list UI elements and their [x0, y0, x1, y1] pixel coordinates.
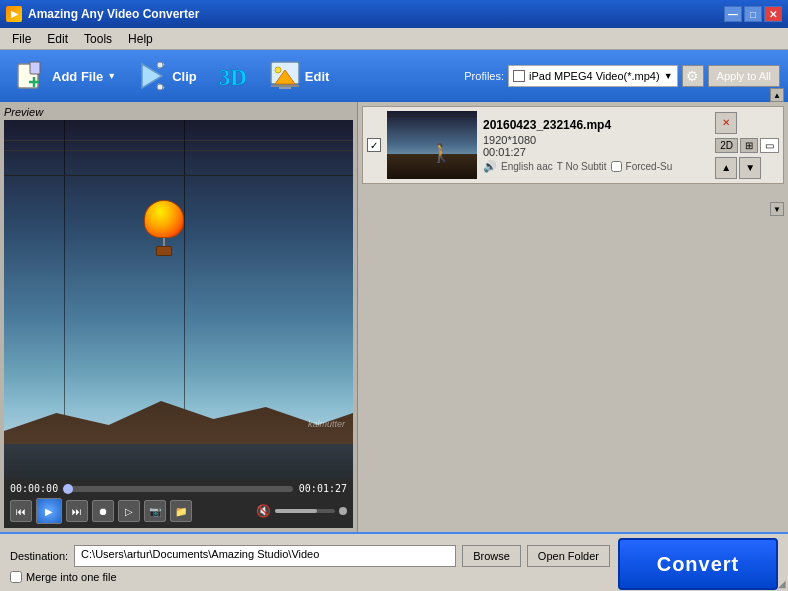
preview-area: Preview kalmutter 00:00:00 — [0, 102, 358, 532]
balloon-basket — [156, 246, 172, 256]
app-title: Amazing Any Video Converter — [28, 7, 724, 21]
timeline-bar[interactable] — [64, 486, 293, 492]
close-button[interactable]: ✕ — [764, 6, 782, 22]
merge-checkbox-area: Merge into one file — [10, 571, 610, 583]
main-content: Preview kalmutter 00:00:00 — [0, 102, 788, 532]
resize-handle[interactable]: ◢ — [778, 578, 786, 589]
file-info: 20160423_232146.mp4 1920*1080 00:01:27 🔊… — [483, 118, 709, 173]
transport-controls: 00:00:00 00:01:27 ⏮ ▶ ⏭ ⏺ ▷ 📷 📁 🔇 — [4, 479, 353, 528]
water-reflection — [4, 444, 353, 479]
volume-fill — [275, 509, 317, 513]
add-file-label: Add File — [52, 69, 103, 84]
playback-controls: ⏮ ▶ ⏭ ⏺ ▷ 📷 📁 🔇 — [10, 498, 347, 524]
destination-path: C:\Users\artur\Documents\Amazing Studio\… — [74, 545, 456, 567]
profile-dropdown-arrow[interactable]: ▼ — [664, 71, 673, 81]
file-thumbnail: 🚶 — [387, 111, 477, 179]
scroll-down-button[interactable]: ▼ — [770, 202, 784, 216]
apply-all-button[interactable]: Apply to All — [708, 65, 780, 87]
nav-up-button[interactable]: ▲ — [715, 157, 737, 179]
edit-icon — [269, 60, 301, 92]
file-list-area[interactable]: ▲ ▼ ✓ 🚶 20160423_232146.mp4 1920*1080 00… — [358, 102, 788, 532]
subtitle-info: T No Subtit — [557, 161, 607, 172]
convert-button[interactable]: Convert — [618, 538, 778, 590]
file-item: ✓ 🚶 20160423_232146.mp4 1920*1080 00:01:… — [362, 106, 784, 184]
power-line-3 — [4, 175, 353, 176]
open-folder-button[interactable]: Open Folder — [527, 545, 610, 567]
profiles-label: Profiles: — [464, 70, 504, 82]
profile-checkbox[interactable] — [513, 70, 525, 82]
menu-file[interactable]: File — [4, 30, 39, 48]
profiles-area: Profiles: iPad MPEG4 Video(*.mp4) ▼ ⚙ Ap… — [464, 65, 780, 87]
svg-rect-1 — [30, 62, 40, 74]
thumb-line1 — [387, 116, 477, 117]
destination-label: Destination: — [10, 550, 68, 562]
timeline-handle[interactable] — [63, 484, 73, 494]
3d-button[interactable]: 3D — [209, 56, 257, 96]
forced-checkbox[interactable] — [611, 161, 622, 172]
add-file-dropdown-arrow[interactable]: ▼ — [107, 71, 116, 81]
file-checkbox[interactable]: ✓ — [367, 138, 381, 152]
toolbar: Add File ▼ Clip 3D — [0, 50, 788, 102]
svg-point-8 — [157, 84, 163, 90]
maximize-button[interactable]: □ — [744, 6, 762, 22]
balloon-body — [144, 200, 184, 238]
clip-icon — [136, 60, 168, 92]
file-audio-info: 🔊 English aac T No Subtit Forced-Su — [483, 160, 709, 173]
file-duration: 00:01:27 — [483, 146, 709, 158]
edit-button[interactable]: Edit — [261, 56, 338, 96]
clip-label: Clip — [172, 69, 197, 84]
browse-button[interactable]: Browse — [462, 545, 521, 567]
3d-icon: 3D — [217, 60, 249, 92]
svg-point-12 — [275, 67, 281, 73]
skip-forward-button[interactable]: ⏭ — [66, 500, 88, 522]
skip-back-button[interactable]: ⏮ — [10, 500, 32, 522]
clip-button[interactable]: Clip — [128, 56, 205, 96]
power-line-2 — [4, 150, 353, 151]
timeline: 00:00:00 00:01:27 — [10, 483, 347, 494]
aspect-2d-button[interactable]: 2D — [715, 138, 738, 153]
merge-checkbox[interactable] — [10, 571, 22, 583]
time-current: 00:00:00 — [10, 483, 58, 494]
folder-button[interactable]: 📁 — [170, 500, 192, 522]
settings-button[interactable]: ⚙ — [682, 65, 704, 87]
thumb-figure: 🚶 — [430, 142, 452, 164]
merge-label: Merge into one file — [26, 571, 117, 583]
screenshot-button[interactable]: 📷 — [144, 500, 166, 522]
svg-text:3D: 3D — [219, 64, 247, 90]
volume-slider[interactable] — [275, 509, 335, 513]
svg-point-7 — [157, 62, 163, 68]
destination-section: Destination: C:\Users\artur\Documents\Am… — [10, 545, 610, 583]
frame-forward-button[interactable]: ▷ — [118, 500, 140, 522]
balloon-rope — [163, 238, 165, 246]
menu-tools[interactable]: Tools — [76, 30, 120, 48]
profile-value: iPad MPEG4 Video(*.mp4) — [529, 70, 660, 82]
preview-label: Preview — [4, 106, 353, 118]
bottom-bar: Destination: C:\Users\artur\Documents\Am… — [0, 532, 788, 591]
power-line-1 — [4, 140, 353, 141]
menu-help[interactable]: Help — [120, 30, 161, 48]
volume-handle[interactable] — [339, 507, 347, 515]
minimize-button[interactable]: — — [724, 6, 742, 22]
file-name: 20160423_232146.mp4 — [483, 118, 709, 132]
watermark: kalmutter — [308, 419, 345, 429]
aspect-grid-button[interactable]: ⊞ — [740, 138, 758, 153]
edit-label: Edit — [305, 69, 330, 84]
time-total: 00:01:27 — [299, 483, 347, 494]
volume-icon: 🔇 — [256, 504, 271, 518]
stop-button[interactable]: ⏺ — [92, 500, 114, 522]
title-bar: ▶ Amazing Any Video Converter — □ ✕ — [0, 0, 788, 28]
audio-icon: 🔊 — [483, 160, 497, 173]
file-remove-button[interactable]: ✕ — [715, 112, 737, 134]
menu-edit[interactable]: Edit — [39, 30, 76, 48]
file-resolution: 1920*1080 — [483, 134, 709, 146]
video-frame[interactable]: kalmutter — [4, 120, 353, 479]
add-file-icon — [16, 60, 48, 92]
audio-track: English aac — [501, 161, 553, 172]
add-file-button[interactable]: Add File ▼ — [8, 56, 124, 96]
hot-air-balloon — [144, 200, 184, 250]
nav-down-button[interactable]: ▼ — [739, 157, 761, 179]
app-icon: ▶ — [6, 6, 22, 22]
play-button[interactable]: ▶ — [36, 498, 62, 524]
profile-select-box: iPad MPEG4 Video(*.mp4) ▼ — [508, 65, 678, 87]
menu-bar: File Edit Tools Help — [0, 28, 788, 50]
